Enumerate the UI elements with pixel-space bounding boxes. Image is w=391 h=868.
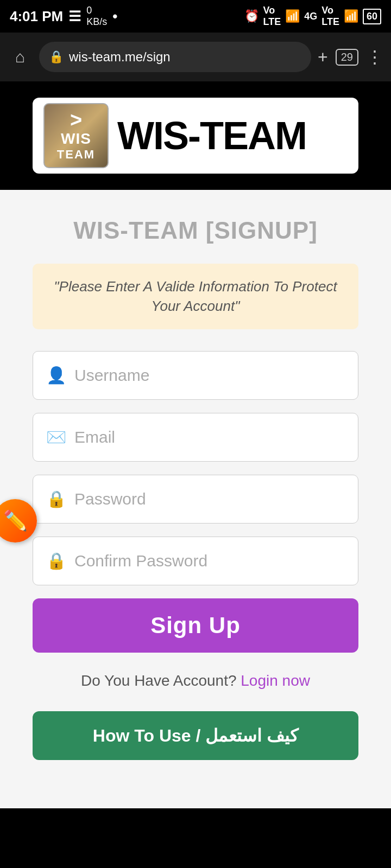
tab-count[interactable]: 29 bbox=[336, 49, 358, 66]
password-icon: 🔒 bbox=[46, 489, 65, 508]
battery-indicator: 60 bbox=[363, 9, 381, 24]
data-speed: 0KB/s bbox=[86, 5, 107, 28]
password-input[interactable] bbox=[74, 490, 345, 508]
4g-label: 4G bbox=[304, 11, 317, 22]
signal-icon2: 📶 bbox=[344, 9, 358, 23]
login-now-link[interactable]: Login now bbox=[241, 672, 310, 689]
menu-button[interactable]: ⋮ bbox=[366, 47, 383, 67]
logo-arrow-icon: > bbox=[70, 110, 82, 130]
vo-lte-label: VoLTE bbox=[263, 5, 281, 28]
logo-area: > WIS TEAM WIS-TEAM bbox=[0, 81, 391, 190]
confirm-password-input[interactable] bbox=[74, 552, 345, 570]
info-text: "Please Enter A Valide Information To Pr… bbox=[48, 277, 343, 316]
browser-actions: + 29 ⋮ bbox=[318, 47, 383, 67]
user-icon: 👤 bbox=[46, 366, 65, 385]
signup-button[interactable]: Sign Up bbox=[33, 598, 358, 653]
page-title: WIS-TEAM [SIGNUP] bbox=[33, 217, 358, 244]
email-input[interactable] bbox=[74, 428, 345, 446]
vo-lte2-label: VoLTE bbox=[321, 5, 339, 28]
home-icon: ⌂ bbox=[15, 48, 25, 66]
floating-action-button[interactable]: ✏️ bbox=[0, 499, 37, 542]
username-input-group: 👤 bbox=[33, 351, 358, 400]
password-input-group: 🔒 bbox=[33, 475, 358, 524]
time-display: 4:01 PM bbox=[10, 8, 63, 25]
pencil-icon: ✏️ bbox=[3, 509, 28, 532]
confirm-password-input-group: 🔒 bbox=[33, 537, 358, 585]
alarm-icon: ⏰ bbox=[244, 9, 259, 23]
how-to-use-button[interactable]: How To Use / كيف استعمل bbox=[33, 711, 358, 760]
email-input-group: ✉️ bbox=[33, 413, 358, 462]
username-input[interactable] bbox=[74, 366, 345, 385]
message-icon: ☰ bbox=[68, 8, 81, 25]
url-text: wis-team.me/sign bbox=[69, 49, 171, 65]
confirm-password-icon: 🔒 bbox=[46, 551, 65, 570]
email-icon: ✉️ bbox=[46, 427, 65, 446]
login-prompt: Do You Have Account? Login now bbox=[33, 672, 358, 690]
logo-wis-text: WIS bbox=[61, 130, 91, 148]
browser-bar: ⌂ 🔒 wis-team.me/sign + 29 ⋮ bbox=[0, 33, 391, 81]
logo-team-text: TEAM bbox=[57, 148, 95, 162]
home-button[interactable]: ⌂ bbox=[8, 44, 33, 69]
logo-big-text: WIS-TEAM bbox=[117, 113, 306, 158]
login-prompt-text: Do You Have Account? bbox=[81, 672, 236, 689]
main-content: ✏️ WIS-TEAM [SIGNUP] "Please Enter A Val… bbox=[0, 190, 391, 808]
signal-icon: 📶 bbox=[285, 9, 300, 23]
logo-container: > WIS TEAM WIS-TEAM bbox=[33, 98, 358, 174]
status-bar: 4:01 PM ☰ 0KB/s • ⏰ VoLTE 📶 4G VoLTE 📶 6… bbox=[0, 0, 391, 33]
new-tab-button[interactable]: + bbox=[318, 47, 328, 67]
info-box: "Please Enter A Valide Information To Pr… bbox=[33, 264, 358, 329]
lock-icon: 🔒 bbox=[49, 50, 64, 64]
logo-icon-box: > WIS TEAM bbox=[43, 103, 109, 168]
dot-indicator: • bbox=[112, 8, 117, 25]
url-bar[interactable]: 🔒 wis-team.me/sign bbox=[39, 42, 311, 72]
